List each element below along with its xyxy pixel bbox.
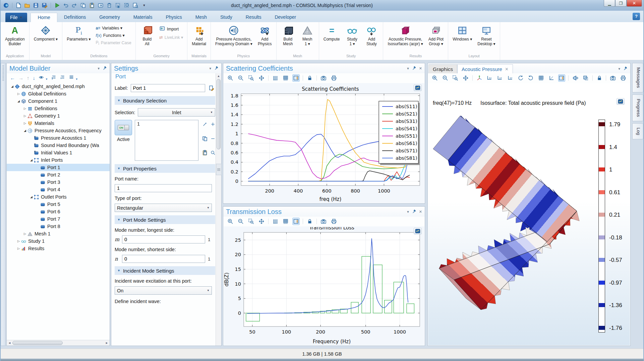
collapse-arrow-icon[interactable]: ◢ <box>29 195 34 199</box>
plot-button[interactable] <box>414 228 422 234</box>
tree-item-port-8[interactable]: Port 8 <box>7 223 110 230</box>
section-collapse-icon[interactable]: ▼ <box>117 99 120 102</box>
minus-icon[interactable] <box>209 135 215 142</box>
study-1-button[interactable]: Study 1 ▾ <box>343 23 361 47</box>
selection-dropdown[interactable]: Inlet ▼ <box>138 108 215 117</box>
arrow-right-icon[interactable]: → <box>18 75 23 81</box>
eye-dd-icon[interactable]: ▼ <box>39 75 48 81</box>
rotate-cw-icon[interactable] <box>527 74 534 82</box>
rotate-ccw-icon[interactable] <box>517 74 524 82</box>
zoom-out-icon[interactable] <box>237 218 244 225</box>
tree-item-component-1[interactable]: ◢Component 1 <box>7 97 110 105</box>
grid-icon[interactable] <box>282 74 289 82</box>
zoom-in-icon[interactable] <box>431 74 438 82</box>
close-tab-icon[interactable]: ✕ <box>505 67 509 72</box>
close-icon[interactable]: ✕ <box>419 210 422 214</box>
label-input[interactable] <box>131 84 205 92</box>
tree-item-geometry-1[interactable]: ▷Geometry 1 <box>7 112 110 120</box>
compute-button[interactable]: =Compute <box>321 23 342 43</box>
help-button[interactable]: ? <box>633 13 640 20</box>
snapshot-icon[interactable] <box>320 74 327 82</box>
tree-item-port-6[interactable]: Port 6 <box>7 208 110 215</box>
zoom-sel-icon[interactable] <box>209 149 215 156</box>
wand-icon[interactable] <box>201 121 209 128</box>
zoom-extents-icon[interactable] <box>258 218 265 225</box>
view-yz-icon[interactable]: yz <box>496 74 504 82</box>
expand-arrow-icon[interactable]: ▷ <box>16 239 21 243</box>
print-icon[interactable] <box>330 74 338 82</box>
import-button[interactable]: Import <box>157 25 185 33</box>
transmission-chart[interactable]: 5010020050010000510152025Transmission Lo… <box>224 227 425 345</box>
active-toggle-button[interactable]: ON <box>115 120 132 135</box>
excitation-dropdown[interactable]: On ▼ <box>115 286 212 295</box>
scrollbar-thumb[interactable] <box>12 341 63 345</box>
pressure-acoustics-frequency-domain-button[interactable]: Pressure Acoustics, Frequency Domain ▾ <box>213 23 255 47</box>
tree-item-pressure-acoustics-frequency[interactable]: ◢Pressure Acoustics, Frequency <box>7 127 110 134</box>
add-plot-group-button[interactable]: Add Plot Group ▾ <box>426 23 446 47</box>
tree-item-outlet-ports[interactable]: ◢Outlet Ports <box>7 193 110 201</box>
acoustic-pressure-isosurfaces-acpr-button[interactable]: Acoustic Pressure, Isosurfaces (acpr) ▾ <box>385 23 425 47</box>
minimize-button[interactable]: ▁ <box>604 0 615 7</box>
paste-icon[interactable] <box>201 149 209 156</box>
tab-progress[interactable]: Progress <box>632 94 643 121</box>
build-all-button[interactable]: Build All <box>138 23 157 47</box>
m-input[interactable] <box>122 235 205 243</box>
axis-3d-icon[interactable] <box>476 74 483 82</box>
pin-icon[interactable] <box>412 209 416 214</box>
legend-toggle-icon[interactable] <box>292 74 300 82</box>
tree-item-inlet-ports[interactable]: ◢Inlet Ports <box>7 156 110 164</box>
ribbon-tab-mesh[interactable]: Mesh <box>189 13 214 22</box>
ribbon-tab-results[interactable]: Results <box>239 13 268 22</box>
view-xz-icon[interactable]: xz <box>507 74 514 82</box>
zoom-out-icon[interactable] <box>237 74 244 82</box>
scattering-chart[interactable]: 200400600800100000.20.40.60.811.21.41.61… <box>224 84 425 203</box>
add-physics-button[interactable]: Add Physics <box>255 23 274 47</box>
ribbon-tab-home[interactable]: Home <box>31 13 57 22</box>
tree-item-port-4[interactable]: Port 4 <box>7 186 110 193</box>
ribbon-tab-developer[interactable]: Developer <box>268 13 303 22</box>
section-collapse-icon[interactable]: ▼ <box>117 269 120 272</box>
print-icon[interactable] <box>620 74 627 82</box>
scroll-right-icon[interactable]: ► <box>104 340 110 346</box>
horizontal-scrollbar[interactable]: ◄ ► <box>7 340 110 346</box>
pin-icon[interactable] <box>623 66 628 71</box>
livelink-button[interactable]: ⇄LiveLink ▾ <box>157 34 185 41</box>
tree-item-port-1[interactable]: Port 1 <box>7 164 110 171</box>
expand-arrow-icon[interactable]: ▷ <box>23 114 27 118</box>
view-xy-icon[interactable]: xy <box>486 74 493 82</box>
tree-item-port-3[interactable]: Port 3 <box>7 178 110 186</box>
axes-sm-icon[interactable] <box>548 74 555 82</box>
legend-toggle-icon[interactable] <box>558 74 566 82</box>
tree-item-results[interactable]: ▷Results <box>7 245 110 252</box>
maximize-button[interactable]: ❐ <box>615 0 627 7</box>
tab-log[interactable]: Log <box>632 123 643 140</box>
port-name-input[interactable] <box>115 184 212 192</box>
close-icon[interactable]: ✕ <box>419 66 422 71</box>
plus-icon[interactable] <box>209 121 215 128</box>
windows-button[interactable]: Windows ▾ <box>450 23 474 43</box>
zoom-extents-icon[interactable] <box>258 74 265 82</box>
tab-acoustic-pressure[interactable]: Acoustic Pressure ✕ <box>457 64 513 73</box>
lock-icon[interactable] <box>596 74 603 82</box>
zoom-out-icon[interactable] <box>442 74 449 82</box>
application-builder-button[interactable]: AApplication Builder <box>3 23 27 47</box>
pin-icon[interactable] <box>102 66 107 71</box>
functions-button[interactable]: f(x)Functions ▾ <box>94 32 133 39</box>
edit-label-icon[interactable] <box>208 84 215 92</box>
arrow-down-icon[interactable]: ↓ <box>33 75 36 81</box>
collapse-arrow-icon[interactable]: ◢ <box>29 158 34 162</box>
tab-messages[interactable]: Messages <box>632 63 643 92</box>
tree-item-study-1[interactable]: ▷Study 1 <box>7 237 110 245</box>
tab-graphics[interactable]: Graphics <box>428 64 457 73</box>
ribbon-tab-materials[interactable]: Materials <box>127 13 159 22</box>
scrollbar-thumb[interactable] <box>217 79 221 149</box>
expand-arrow-icon[interactable]: ▷ <box>23 122 27 125</box>
tree-item-port-5[interactable]: Port 5 <box>7 201 110 208</box>
add-material-button[interactable]: Add Material <box>189 23 209 47</box>
collapse-arrow-icon[interactable]: ◢ <box>16 99 21 103</box>
tree-item-global-definitions[interactable]: ▷Global Definitions <box>7 90 110 97</box>
expand-arrow-icon[interactable]: ▷ <box>23 232 27 235</box>
parameters-button[interactable]: PiParameters ▾ <box>64 23 93 43</box>
n-input[interactable] <box>122 255 205 263</box>
tree-item-sound-hard-boundary-wa[interactable]: DSound Hard Boundary (Wa <box>7 142 110 149</box>
